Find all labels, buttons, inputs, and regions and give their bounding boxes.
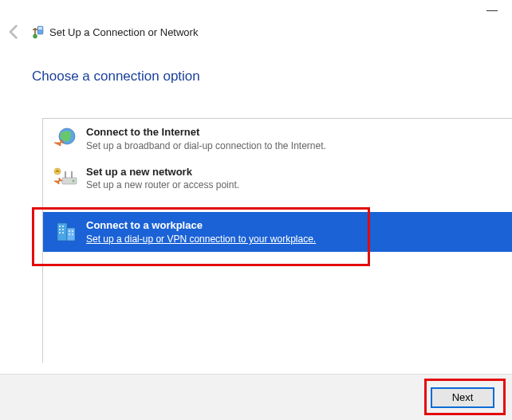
svg-rect-16 [69,230,70,232]
option-text: Connect to the Internet Set up a broadba… [86,125,326,152]
svg-rect-14 [59,232,61,234]
svg-point-6 [73,179,75,182]
option-title: Connect to the Internet [86,125,326,139]
option-desc: Set up a dial-up or VPN connection to yo… [86,233,316,245]
svg-point-2 [33,34,37,38]
back-icon[interactable] [6,24,22,40]
page-title: Set Up a Connection or Network [49,26,198,38]
svg-rect-19 [72,234,73,235]
svg-rect-10 [59,226,61,227]
titlebar: Set Up a Connection or Network [0,24,512,40]
option-text: Set up a new network Set up a new router… [86,165,239,192]
option-title: Set up a new network [86,165,239,179]
svg-rect-11 [62,226,64,227]
svg-rect-13 [62,229,64,230]
building-icon [53,218,78,244]
option-connect-internet[interactable]: Connect to the Internet Set up a broadba… [43,119,512,159]
router-icon [53,165,78,190]
svg-rect-15 [62,232,64,234]
svg-rect-18 [69,234,70,235]
option-desc: Set up a new router or access point. [86,179,239,191]
svg-rect-12 [59,229,61,230]
svg-rect-9 [67,228,75,241]
option-text: Connect to a workplace Set up a dial-up … [86,218,316,245]
svg-rect-17 [72,230,73,232]
option-connect-workplace[interactable]: Connect to a workplace Set up a dial-up … [43,212,512,252]
option-title: Connect to a workplace [86,218,316,233]
wizard-icon [30,25,45,39]
minimize-icon[interactable]: — [486,3,498,16]
wizard-heading: Choose a connection option [32,69,200,84]
next-button[interactable]: Next [431,387,494,408]
globe-icon [53,125,78,151]
window-controls: — [486,3,498,16]
option-new-network[interactable]: Set up a new network Set up a new router… [43,159,512,198]
svg-rect-1 [38,27,42,29]
option-desc: Set up a broadband or dial-up connection… [86,139,326,152]
footer: Next [0,374,512,420]
connection-options-list: Connect to the Internet Set up a broadba… [42,118,512,363]
